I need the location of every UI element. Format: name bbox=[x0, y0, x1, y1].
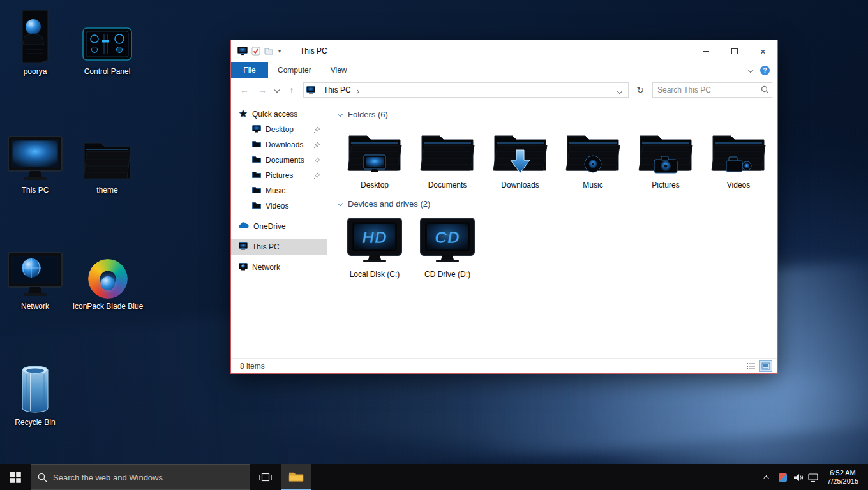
task-view-button[interactable] bbox=[250, 464, 281, 490]
sidebar-item-music[interactable]: Music bbox=[231, 183, 327, 198]
folder-tile-documents[interactable]: Documents bbox=[411, 124, 484, 189]
clock-date: 7/25/2015 bbox=[827, 477, 858, 486]
minimize-button[interactable] bbox=[691, 40, 720, 62]
star-icon bbox=[239, 109, 248, 120]
address-dropdown-chevron[interactable] bbox=[614, 84, 625, 96]
tile-label: Music bbox=[583, 181, 602, 189]
ribbon-collapse-chevron[interactable] bbox=[748, 68, 753, 73]
forward-button[interactable]: → bbox=[254, 82, 271, 98]
folder-tile-music[interactable]: Music bbox=[557, 124, 629, 189]
search-icon bbox=[38, 473, 47, 482]
tile-label: Desktop bbox=[361, 181, 389, 189]
tab-view[interactable]: View bbox=[321, 62, 357, 78]
speaker-icon bbox=[582, 154, 604, 174]
folder-icon bbox=[78, 126, 137, 182]
folder-tile-downloads[interactable]: Downloads bbox=[484, 124, 557, 189]
pictures-folder-icon bbox=[635, 124, 696, 179]
volume-icon[interactable] bbox=[790, 464, 805, 490]
title-bar[interactable]: ▾ This PC × bbox=[231, 40, 777, 62]
address-bar[interactable]: This PC bbox=[303, 82, 629, 98]
tab-computer[interactable]: Computer bbox=[268, 62, 321, 78]
show-desktop-button[interactable] bbox=[865, 464, 868, 490]
up-button[interactable]: ↑ bbox=[283, 82, 300, 98]
folder-tile-videos[interactable]: Videos bbox=[702, 124, 775, 189]
qat-new-folder-icon[interactable] bbox=[264, 47, 273, 55]
taskbar: 6:52 AM 7/25/2015 bbox=[0, 464, 868, 490]
sidebar-item-documents[interactable]: Documents bbox=[231, 152, 327, 168]
window-title: This PC bbox=[300, 47, 327, 56]
desktop-icon-control-panel[interactable]: Control Panel bbox=[78, 8, 137, 76]
sidebar-item-downloads[interactable]: Downloads bbox=[231, 137, 327, 152]
sidebar-item-quick-access[interactable]: Quick access bbox=[231, 107, 327, 122]
recent-locations-chevron[interactable] bbox=[272, 82, 282, 98]
window-pc-icon bbox=[237, 47, 248, 56]
taskbar-search-input[interactable] bbox=[53, 473, 243, 482]
windows-logo-icon bbox=[10, 472, 21, 483]
desktop-icon-label: Network bbox=[6, 302, 64, 311]
network-icon[interactable] bbox=[805, 464, 821, 490]
desktop-icon-iconpack[interactable]: IconPack Blade Blue bbox=[66, 242, 149, 311]
hidden-icons-chevron[interactable] bbox=[760, 464, 775, 490]
clock-time: 6:52 AM bbox=[827, 469, 858, 477]
start-button[interactable] bbox=[0, 464, 31, 490]
maximize-button[interactable] bbox=[720, 40, 749, 62]
sidebar-item-label: OneDrive bbox=[253, 222, 286, 231]
folder-icon bbox=[252, 171, 261, 180]
collapse-chevron-icon[interactable] bbox=[338, 112, 343, 117]
folder-tile-pictures[interactable]: Pictures bbox=[629, 124, 702, 189]
color-swirl-icon bbox=[66, 242, 149, 299]
explorer-search[interactable] bbox=[652, 82, 772, 98]
breadcrumb-chevron[interactable] bbox=[355, 84, 359, 96]
drive-tile-local-disk[interactable]: HD Local Disk (C:) bbox=[338, 214, 411, 279]
help-icon[interactable]: ? bbox=[760, 66, 770, 75]
qat-properties-icon[interactable] bbox=[251, 47, 260, 56]
tile-label: Videos bbox=[727, 181, 750, 189]
qat-dropdown-chevron[interactable]: ▾ bbox=[278, 48, 281, 54]
section-header-devices[interactable]: Devices and drives (2) bbox=[338, 197, 777, 210]
sidebar-item-network[interactable]: Network bbox=[231, 260, 327, 275]
explorer-search-input[interactable] bbox=[653, 85, 761, 94]
desktop-icon-this-pc[interactable]: This PC bbox=[6, 126, 64, 195]
sidebar-item-this-pc[interactable]: This PC bbox=[231, 239, 327, 255]
pin-icon bbox=[313, 157, 320, 164]
sidebar-item-pictures[interactable]: Pictures bbox=[231, 168, 327, 183]
search-icon[interactable] bbox=[761, 85, 769, 94]
drive-tile-cd[interactable]: CD CD Drive (D:) bbox=[411, 214, 484, 279]
tab-file[interactable]: File bbox=[231, 62, 268, 78]
refresh-button[interactable]: ↻ bbox=[632, 82, 648, 98]
sidebar-item-label: Music bbox=[266, 186, 285, 195]
section-header-folders[interactable]: Folders (6) bbox=[338, 108, 777, 121]
sidebar-item-onedrive[interactable]: OneDrive bbox=[231, 219, 327, 234]
large-icons-view-button[interactable] bbox=[760, 360, 772, 372]
pin-icon bbox=[313, 126, 320, 133]
details-view-button[interactable] bbox=[745, 360, 758, 372]
sidebar-item-label: Network bbox=[252, 263, 280, 272]
sidebar-item-label: This PC bbox=[252, 242, 280, 251]
status-bar: 8 items bbox=[231, 358, 777, 373]
folder-tile-desktop[interactable]: Desktop bbox=[338, 124, 411, 189]
pin-icon bbox=[313, 172, 320, 179]
taskbar-clock[interactable]: 6:52 AM 7/25/2015 bbox=[821, 469, 865, 486]
file-list-area: Folders (6) bbox=[327, 101, 777, 358]
breadcrumb[interactable]: This PC bbox=[319, 85, 355, 94]
sidebar-item-desktop[interactable]: Desktop bbox=[231, 122, 327, 137]
music-folder-icon bbox=[562, 124, 624, 179]
monitor-icon bbox=[239, 242, 248, 252]
tile-label: CD Drive (D:) bbox=[424, 270, 470, 279]
taskbar-search[interactable] bbox=[31, 464, 250, 490]
sidebar-item-label: Desktop bbox=[266, 125, 294, 134]
monitor-icon bbox=[252, 125, 261, 135]
close-button[interactable]: × bbox=[749, 40, 777, 62]
sidebar-item-videos[interactable]: Videos bbox=[231, 198, 327, 214]
desktop-icon-label: poorya bbox=[6, 67, 64, 76]
file-explorer-taskbar-button[interactable] bbox=[281, 464, 311, 490]
desktop-icon-theme[interactable]: theme bbox=[78, 126, 137, 195]
desktop-icon-poorya[interactable]: poorya bbox=[6, 8, 64, 76]
tray-app-icon[interactable] bbox=[775, 464, 790, 490]
collapse-chevron-icon[interactable] bbox=[338, 201, 343, 206]
desktop-icon-recycle-bin[interactable]: Recycle Bin bbox=[6, 359, 64, 427]
folder-icon bbox=[252, 186, 261, 195]
tile-label: Pictures bbox=[652, 181, 679, 189]
desktop-icon-network[interactable]: Network bbox=[6, 242, 64, 311]
back-button[interactable]: ← bbox=[236, 82, 253, 98]
